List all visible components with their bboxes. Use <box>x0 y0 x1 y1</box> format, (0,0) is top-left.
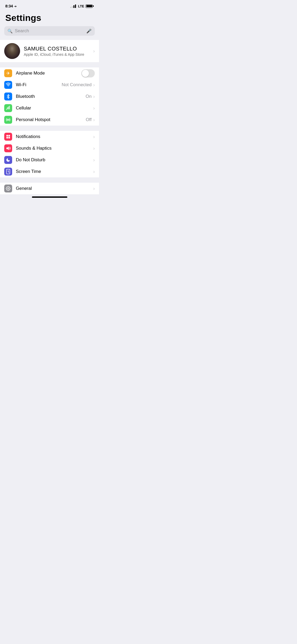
sounds-svg <box>6 146 11 151</box>
hotspot-svg <box>6 117 11 122</box>
sounds-chevron: › <box>93 146 95 151</box>
donotdisturb-chevron: › <box>93 157 95 163</box>
notifications-chevron: › <box>93 134 95 140</box>
screentime-row[interactable]: Screen Time › <box>0 166 99 177</box>
profile-subtitle: Apple ID, iCloud, iTunes & App Store <box>24 52 89 57</box>
signal-bar-3 <box>73 5 74 8</box>
bluetooth-row[interactable]: Bluetooth On › <box>0 91 99 102</box>
airplane-mode-icon: ✈ <box>4 69 12 77</box>
donotdisturb-label: Do Not Disturb <box>16 157 93 163</box>
microphone-icon[interactable]: 🎤 <box>86 29 92 34</box>
notifications-label: Notifications <box>16 134 93 139</box>
screentime-label: Screen Time <box>16 169 93 174</box>
bluetooth-label: Bluetooth <box>16 94 86 99</box>
signal-bar-4 <box>75 4 76 8</box>
hotspot-chevron: › <box>93 117 95 123</box>
svg-rect-2 <box>6 135 8 136</box>
search-placeholder: Search <box>15 28 84 34</box>
screentime-icon <box>4 168 12 176</box>
home-indicator-area <box>0 194 99 199</box>
bluetooth-chevron: › <box>93 94 95 99</box>
hotspot-label: Personal Hotspot <box>16 117 86 122</box>
general-icon <box>4 185 12 192</box>
status-bar: 8:34 ➔ LTE <box>0 0 99 10</box>
svg-point-8 <box>8 188 9 189</box>
cellular-chevron: › <box>93 105 95 111</box>
status-icons: LTE <box>70 4 94 8</box>
signal-bar-2 <box>72 6 73 8</box>
cellular-svg <box>6 106 11 111</box>
donotdisturb-row[interactable]: Do Not Disturb › <box>0 154 99 166</box>
signal-bar-1 <box>70 7 71 8</box>
donotdisturb-icon <box>4 156 12 164</box>
notifications-svg <box>6 134 11 139</box>
page-header: Settings <box>0 10 99 26</box>
signal-bars <box>70 4 76 8</box>
general-svg <box>6 186 11 191</box>
hotspot-icon <box>4 116 12 124</box>
avatar <box>4 43 20 59</box>
section-divider-3 <box>0 177 99 183</box>
wifi-svg <box>6 82 11 87</box>
status-time: 8:34 <box>5 4 13 8</box>
lte-label: LTE <box>78 4 84 8</box>
battery-tip <box>93 5 94 7</box>
airplane-mode-label: Airplane Mode <box>16 71 81 76</box>
profile-name: SAMUEL COSTELLO <box>24 46 89 52</box>
connectivity-section: ✈ Airplane Mode Wi-Fi Not Connected › Bl… <box>0 67 99 126</box>
bluetooth-value: On <box>86 94 92 99</box>
airplane-mode-row[interactable]: ✈ Airplane Mode <box>0 67 99 79</box>
battery-fill <box>86 5 92 7</box>
screentime-chevron: › <box>93 169 95 174</box>
cellular-row[interactable]: Cellular › <box>0 102 99 114</box>
search-container: 🔍 Search 🎤 <box>0 26 99 40</box>
cellular-label: Cellular <box>16 105 93 111</box>
general-label: General <box>16 186 93 191</box>
profile-info: SAMUEL COSTELLO Apple ID, iCloud, iTunes… <box>24 46 89 57</box>
profile-chevron: › <box>93 48 95 54</box>
sounds-label: Sounds & Haptics <box>16 146 93 151</box>
general-chevron: › <box>93 186 95 191</box>
wifi-label: Wi-Fi <box>16 82 62 88</box>
svg-marker-6 <box>6 146 9 150</box>
svg-point-1 <box>8 119 9 121</box>
page-title: Settings <box>5 13 94 23</box>
search-bar[interactable]: 🔍 Search 🎤 <box>4 26 95 36</box>
svg-rect-4 <box>6 137 8 139</box>
profile-section: SAMUEL COSTELLO Apple ID, iCloud, iTunes… <box>0 40 99 62</box>
general-section: General › <box>0 183 99 194</box>
notifications-section: Notifications › Sounds & Haptics › Do No… <box>0 131 99 177</box>
section-divider-2 <box>0 126 99 131</box>
cellular-icon <box>4 104 12 112</box>
battery-body <box>86 4 93 8</box>
sounds-row[interactable]: Sounds & Haptics › <box>0 142 99 154</box>
donotdisturb-svg <box>6 158 11 162</box>
bluetooth-svg <box>6 94 10 99</box>
screentime-svg <box>6 169 10 174</box>
search-icon: 🔍 <box>7 29 13 34</box>
bluetooth-icon <box>4 93 12 100</box>
hotspot-value: Off <box>86 117 92 122</box>
wifi-row[interactable]: Wi-Fi Not Connected › <box>0 79 99 91</box>
section-divider-1 <box>0 62 99 67</box>
svg-rect-3 <box>8 135 10 136</box>
wifi-icon <box>4 81 12 89</box>
notifications-row[interactable]: Notifications › <box>0 131 99 142</box>
home-indicator-bar <box>32 196 67 198</box>
toggle-knob <box>82 70 89 77</box>
sounds-icon <box>4 144 12 152</box>
avatar-image <box>4 43 20 59</box>
wifi-value: Not Connected <box>62 82 92 88</box>
profile-row[interactable]: SAMUEL COSTELLO Apple ID, iCloud, iTunes… <box>0 40 99 62</box>
hotspot-row[interactable]: Personal Hotspot Off › <box>0 114 99 126</box>
location-icon: ➔ <box>14 4 17 8</box>
general-row[interactable]: General › <box>0 183 99 194</box>
status-time-location: 8:34 ➔ <box>5 4 17 8</box>
battery-indicator <box>86 4 94 8</box>
wifi-chevron: › <box>93 82 95 88</box>
svg-rect-5 <box>8 137 10 139</box>
notifications-icon <box>4 133 12 141</box>
airplane-mode-toggle[interactable] <box>81 69 95 77</box>
svg-point-0 <box>8 86 8 86</box>
